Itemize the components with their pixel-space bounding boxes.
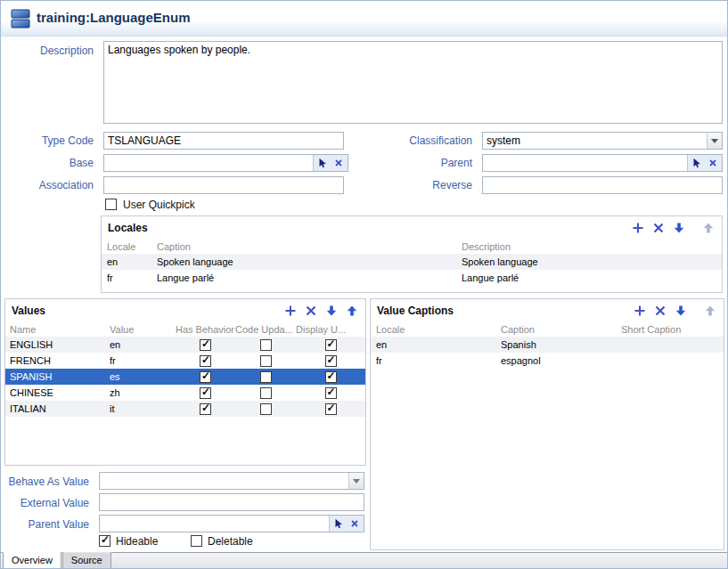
display-update-cell — [296, 339, 365, 351]
delete-icon[interactable] — [304, 304, 318, 318]
column-header: Locale — [102, 241, 151, 252]
value-code: zh — [104, 387, 176, 398]
caption-cell: Langue parlé — [151, 272, 456, 283]
has-behavior-checkbox[interactable] — [200, 339, 211, 351]
table-row[interactable]: en Spanish — [371, 337, 724, 353]
reverse-field[interactable] — [482, 176, 723, 194]
page-title: training:LanguageEnum — [37, 10, 191, 25]
description-cell: Spoken language — [456, 256, 722, 267]
classification-label: Classification — [380, 132, 478, 150]
external-value-field[interactable] — [99, 493, 364, 511]
display-update-checkbox[interactable] — [325, 387, 337, 399]
locales-header: Locales — [102, 216, 722, 239]
add-icon[interactable] — [283, 304, 298, 318]
display-update-cell — [296, 403, 365, 415]
code-update-cell — [235, 339, 296, 351]
association-field[interactable] — [103, 176, 344, 194]
add-icon[interactable] — [633, 304, 647, 318]
display-update-cell — [296, 387, 365, 399]
has-behavior-checkbox[interactable] — [200, 355, 211, 367]
display-update-checkbox[interactable] — [325, 339, 337, 351]
has-behavior-checkbox[interactable] — [200, 387, 211, 399]
values-table-row[interactable]: ENGLISH en — [5, 337, 365, 353]
pick-icon[interactable] — [690, 156, 704, 170]
display-update-checkbox[interactable] — [325, 371, 337, 383]
type-code-field[interactable] — [103, 132, 344, 150]
caption-cell: Spanish — [495, 339, 616, 350]
move-down-icon[interactable] — [674, 304, 688, 318]
values-table-row[interactable]: ITALIAN it — [5, 401, 365, 417]
display-update-checkbox[interactable] — [325, 403, 337, 415]
move-down-icon[interactable] — [324, 304, 339, 318]
table-row[interactable]: fr Langue parlé Langue parlé — [102, 270, 722, 286]
pick-icon[interactable] — [331, 516, 346, 531]
has-behavior-cell — [176, 371, 235, 383]
display-update-cell — [296, 371, 365, 383]
tab-source[interactable]: Source — [62, 552, 111, 569]
parent-field[interactable] — [483, 155, 687, 171]
deletable-checkbox[interactable] — [191, 535, 202, 547]
add-icon[interactable] — [631, 221, 645, 235]
parent-label: Parent — [380, 154, 478, 172]
code-update-checkbox[interactable] — [260, 371, 272, 383]
value-name: ITALIAN — [5, 403, 104, 414]
move-up-icon[interactable] — [345, 304, 359, 318]
values-table-row[interactable]: SPANISH es — [5, 369, 365, 385]
value-code: en — [104, 339, 176, 350]
has-behavior-checkbox[interactable] — [200, 403, 211, 415]
value-name: SPANISH — [5, 371, 104, 382]
caption-cell: Spoken language — [151, 256, 456, 267]
column-header: Caption — [151, 241, 456, 252]
parent-value-field[interactable] — [100, 516, 329, 532]
has-behavior-cell — [176, 355, 235, 367]
value-code: fr — [104, 355, 176, 366]
code-update-checkbox[interactable] — [260, 387, 272, 399]
chevron-down-icon[interactable] — [348, 473, 364, 489]
chevron-down-icon[interactable] — [707, 133, 722, 149]
parent-value-pick-buttons — [329, 516, 364, 532]
has-behavior-checkbox[interactable] — [200, 371, 211, 383]
locale-cell: fr — [371, 355, 495, 366]
column-header: Description — [456, 241, 722, 252]
delete-icon[interactable] — [651, 221, 666, 235]
column-header: Name — [5, 324, 104, 335]
code-update-cell — [235, 355, 296, 367]
delete-icon[interactable] — [653, 304, 667, 318]
locales-column-header: Locale Caption Description — [102, 239, 722, 254]
bottom-tab-bar: Overview Source — [1, 552, 727, 569]
locales-title: Locales — [108, 222, 148, 234]
locales-panel: Locales Locale Caption Description en Sp… — [101, 215, 723, 293]
value-captions-title: Value Captions — [377, 305, 454, 317]
clear-icon[interactable] — [348, 516, 362, 531]
values-table-row[interactable]: FRENCH fr — [5, 353, 365, 369]
table-row[interactable]: fr espagnol — [371, 353, 724, 369]
code-update-checkbox[interactable] — [260, 355, 272, 367]
base-field[interactable] — [104, 155, 313, 171]
code-update-checkbox[interactable] — [260, 403, 272, 415]
move-up-icon[interactable] — [701, 221, 716, 235]
code-update-checkbox[interactable] — [260, 339, 272, 351]
user-quickpick-checkbox[interactable] — [105, 199, 117, 210]
table-row[interactable]: en Spoken language Spoken language — [102, 254, 722, 270]
values-table-row[interactable]: CHINESE zh — [5, 385, 365, 401]
clear-icon[interactable] — [706, 156, 720, 170]
value-name: ENGLISH — [5, 339, 104, 350]
values-title: Values — [12, 305, 45, 317]
display-update-checkbox[interactable] — [325, 355, 337, 367]
value-captions-panel: Value Captions Locale Caption Short Capt… — [370, 298, 724, 550]
column-header: Short Caption — [616, 324, 724, 335]
hideable-checkbox[interactable] — [99, 535, 110, 547]
parent-pick-buttons — [687, 155, 722, 171]
behave-as-value-label: Behave As Value — [1, 473, 94, 491]
pick-icon[interactable] — [315, 156, 330, 170]
user-quickpick-label: User Quickpick — [123, 198, 195, 212]
description-field[interactable]: Languages spoken by people. — [103, 41, 723, 124]
classification-dropdown[interactable]: system — [482, 132, 723, 150]
move-down-icon[interactable] — [672, 221, 686, 235]
classification-value: system — [483, 133, 707, 149]
behave-as-value-dropdown[interactable] — [99, 472, 364, 490]
base-field-group — [103, 154, 348, 172]
tab-overview[interactable]: Overview — [3, 552, 61, 569]
clear-icon[interactable] — [331, 156, 346, 170]
move-up-icon[interactable] — [703, 304, 717, 318]
